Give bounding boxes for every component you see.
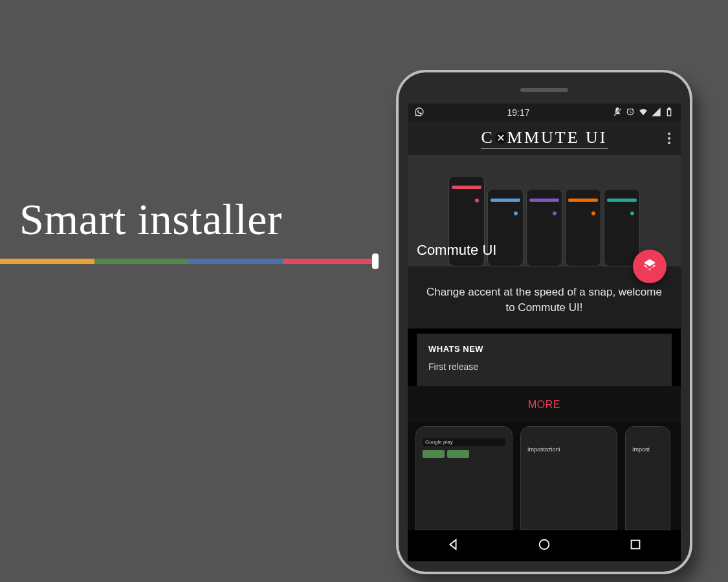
thumb-label: Impostazioni: [527, 446, 560, 453]
more-button[interactable]: MORE: [408, 386, 681, 422]
recents-button[interactable]: [628, 537, 643, 554]
status-time: 19:17: [425, 107, 612, 118]
hero-section: Commute UI: [408, 155, 681, 266]
mute-icon: [612, 107, 623, 119]
tools-icon: [494, 131, 507, 144]
headline-text: Smart installer: [19, 194, 282, 245]
app-title-right: MMUTE UI: [507, 128, 608, 147]
phone-screen: 19:17 CMMU: [408, 103, 681, 561]
screenshot-thumb[interactable]: Impostazioni: [520, 426, 617, 530]
back-button[interactable]: [446, 537, 460, 554]
svg-rect-2: [631, 541, 639, 549]
phone-speaker: [520, 88, 568, 92]
fab-layers-button[interactable]: [633, 250, 667, 283]
app-bar: CMMUTE UI: [408, 122, 681, 155]
android-nav-bar: [408, 530, 681, 561]
wifi-icon: [638, 107, 648, 119]
whats-new-body: First release: [428, 361, 660, 372]
signal-icon: [651, 107, 661, 119]
battery-icon: [664, 107, 674, 119]
whats-new-card: WHATS NEW First release: [417, 334, 672, 386]
screenshot-thumb[interactable]: Google play: [415, 426, 513, 530]
phone-mockup: 19:17 CMMU: [396, 70, 692, 574]
rainbow-cap: [372, 253, 379, 269]
whats-new-heading: WHATS NEW: [428, 344, 660, 354]
app-title-left: C: [481, 128, 494, 147]
thumb-label: Google play: [423, 438, 505, 446]
status-bar: 19:17: [408, 103, 681, 122]
whatsapp-icon: [414, 107, 425, 119]
hero-title: Commute UI: [417, 242, 496, 259]
alarm-icon: [625, 107, 635, 119]
app-title: CMMUTE UI: [481, 128, 607, 149]
thumb-label: Impost: [632, 446, 650, 453]
layers-icon: [643, 258, 657, 275]
overflow-menu-icon[interactable]: [664, 129, 674, 148]
screenshot-strip[interactable]: Google play Impostazioni Impost: [408, 422, 681, 530]
home-button[interactable]: [537, 537, 551, 554]
svg-point-1: [540, 540, 549, 550]
screenshot-thumb[interactable]: Impost: [625, 426, 670, 530]
rainbow-divider: [0, 259, 377, 264]
